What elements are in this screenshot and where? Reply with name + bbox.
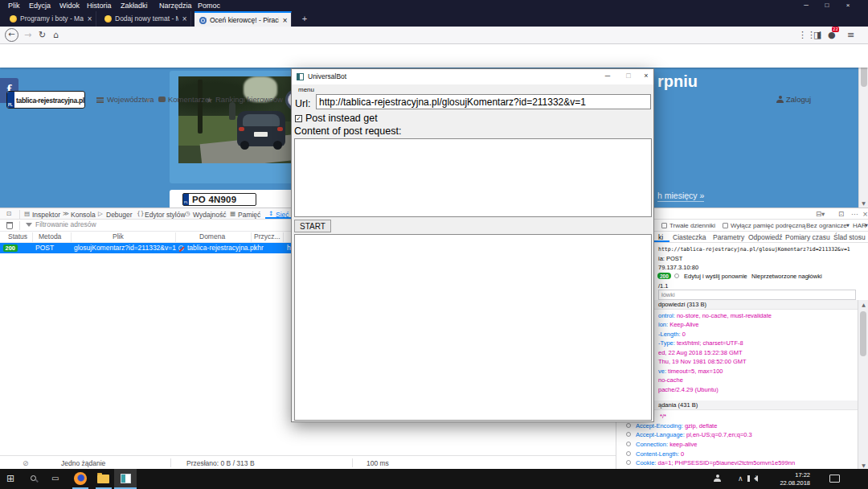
col-metoda[interactable]: Metoda — [39, 232, 61, 240]
tab-odpowiedz[interactable]: Odpowiedź — [748, 233, 783, 241]
transferred-size: Przesłano: 0 B / 313 B — [186, 459, 255, 467]
nav-komentarze[interactable]: Komentarze — [168, 95, 209, 104]
col-status[interactable]: Status — [8, 232, 27, 240]
start-button-icon[interactable]: ⊞ — [6, 473, 14, 484]
taskbar-firefox-icon[interactable] — [74, 472, 87, 485]
volume-icon[interactable] — [754, 475, 758, 482]
bot-menu[interactable]: menu — [298, 86, 314, 93]
col-domena[interactable]: Domena — [199, 232, 225, 240]
hidden-icons-chevron[interactable]: ∧ — [738, 475, 743, 483]
hamburger-menu-icon[interactable]: ≡ — [847, 30, 854, 40]
tab-slad-stosu[interactable]: Ślad stosu — [833, 233, 866, 241]
taskbar-clock[interactable]: 17:22 22.08.2018 — [770, 471, 810, 487]
tab-ciasteczka[interactable]: Ciasteczka — [673, 233, 706, 241]
people-icon[interactable] — [714, 475, 721, 482]
request-header: Accept-Encoding: gzip, deflate — [636, 422, 717, 429]
action-center-icon[interactable] — [829, 475, 840, 483]
start-button[interactable]: START — [294, 220, 331, 232]
meatball-menu-icon[interactable]: ⋯ — [851, 210, 858, 218]
tab-edytor-stylow[interactable]: Edytor stylów — [145, 211, 186, 219]
scroll-up-icon[interactable]: ▲ — [858, 302, 868, 307]
window-maximize-button[interactable]: □ — [818, 0, 836, 10]
status-code-badge: 200 — [657, 273, 671, 279]
post-instead-get-checkbox[interactable]: ✓ — [295, 115, 302, 122]
bot-close-button[interactable]: × — [639, 72, 653, 80]
pick-element-icon[interactable]: ⊡ — [6, 210, 11, 217]
page-scrollbar[interactable]: ▲ ▼ — [858, 44, 868, 208]
reload-icon[interactable]: ↻ — [39, 30, 46, 40]
task-view-icon[interactable]: ▭ — [51, 474, 59, 483]
car-photo[interactable] — [178, 76, 291, 163]
tab-pamiec[interactable]: Pamięć — [238, 211, 260, 219]
taskbar-explorer-icon[interactable] — [97, 475, 109, 483]
bot-minimize-button[interactable]: ─ — [600, 72, 615, 80]
disable-cache-label[interactable]: Wyłącz pamięć podręczną — [731, 222, 805, 229]
bot-url-input[interactable] — [316, 94, 651, 109]
menu-widok[interactable]: Widok — [59, 2, 80, 10]
new-tab-button[interactable]: + — [298, 13, 311, 25]
tab-close-icon[interactable]: × — [182, 11, 187, 27]
tab-konsola[interactable]: Konsola — [71, 211, 96, 219]
window-close-button[interactable]: × — [839, 0, 857, 10]
disable-cache-checkbox[interactable] — [723, 223, 728, 228]
bot-maximize-button[interactable]: □ — [621, 72, 636, 80]
headers-filter-input[interactable] — [658, 290, 856, 300]
help-icon[interactable] — [674, 273, 679, 278]
taskbar-universalbot-button[interactable] — [114, 469, 137, 489]
split-panel-icon[interactable]: ⊡ — [838, 210, 844, 218]
raw-headers-button[interactable]: Nieprzetworzone nagłówki — [751, 273, 822, 280]
scroll-down-icon[interactable]: ▼ — [858, 462, 868, 468]
browser-tab-3-active[interactable]: Oceń kierowcę! - Piraci drogow × — [194, 11, 292, 27]
license-plate[interactable]: PL PO 4N909 — [182, 193, 256, 206]
block-icon[interactable]: ⊘ — [23, 459, 29, 467]
windows-taskbar: ⊞ ▭ ∧ 17:22 22.08.2018 — [0, 469, 868, 489]
clear-requests-icon[interactable] — [6, 222, 13, 229]
col-przyczyna[interactable]: Przycz... — [254, 232, 280, 240]
sidebar-icon[interactable]: ◨ — [813, 30, 821, 40]
tab-parametry[interactable]: Parametry — [713, 233, 744, 241]
tab-close-icon[interactable]: × — [282, 13, 288, 27]
scroll-down-icon[interactable]: ▼ — [859, 200, 868, 206]
request-header: Cookie: da=1; PHPSESSID=p5iaunevi2tctm5o… — [636, 459, 795, 466]
edit-resend-button[interactable]: Edytuj i wyślij ponownie — [684, 273, 747, 280]
browser-tab-2[interactable]: Dodaj nowy temat - Make-cash × — [100, 11, 191, 27]
previous-months-link[interactable]: h miesięcy » — [657, 191, 704, 202]
menu-historia[interactable]: Historia — [87, 2, 112, 10]
tab-wydajnosc[interactable]: Wydajność — [193, 211, 227, 219]
menu-plik[interactable]: Plik — [8, 2, 20, 10]
tab-close-icon[interactable]: × — [87, 11, 92, 27]
tab-pomiary-czasu[interactable]: Pomiary czasu — [785, 233, 830, 241]
response-header: Thu, 19 Nov 1981 08:52:00 GMT — [658, 358, 747, 365]
insecure-site-icon — [178, 245, 184, 251]
addon-icon[interactable]: ●22 — [828, 30, 836, 40]
universalbot-titlebar[interactable]: UniversalBot ─ □ × — [292, 69, 653, 84]
dock-icon[interactable]: ⊟▾ — [816, 210, 825, 218]
star-icon: ★ — [206, 96, 213, 105]
home-icon[interactable]: ⌂ — [53, 30, 59, 40]
col-plik[interactable]: Plik — [113, 232, 124, 240]
nav-rankingi[interactable]: Rankingi kierowców — [215, 95, 283, 104]
site-logo[interactable]: PL tablica-rejestracyjna.pl — [6, 91, 85, 109]
menu-pomoc[interactable]: Pomoc — [198, 2, 220, 10]
details-scrollbar[interactable]: ▲ ▼ — [858, 300, 868, 470]
taskbar-search-icon[interactable] — [31, 475, 36, 481]
post-content-textarea[interactable] — [294, 138, 652, 217]
window-minimize-button[interactable]: ─ — [797, 0, 815, 10]
tab-debuger[interactable]: Debuger — [106, 211, 133, 219]
login-link[interactable]: Zaloguj — [786, 95, 811, 104]
browser-tabbar: Programy i boty - Make-cash.p × Dodaj no… — [0, 11, 868, 27]
browser-tab-1[interactable]: Programy i boty - Make-cash.p × — [5, 11, 96, 27]
menu-zakladki[interactable]: Zakładki — [121, 2, 148, 10]
scroll-thumb[interactable] — [860, 311, 866, 356]
throttling-select[interactable]: Bez ogranicze — [806, 222, 847, 229]
tab-inspektor[interactable]: Inspektor — [32, 211, 60, 219]
persist-logs-label[interactable]: Trwałe dzienniki — [669, 222, 715, 229]
menu-edycja[interactable]: Edycja — [29, 2, 51, 10]
menu-narzedzia[interactable]: Narzędzia — [159, 2, 192, 10]
persist-logs-checkbox[interactable] — [661, 223, 667, 228]
close-devtools-icon[interactable]: × — [862, 210, 868, 218]
forward-icon[interactable]: → — [24, 30, 31, 40]
back-icon[interactable]: ← — [5, 28, 18, 42]
address-filter-input[interactable] — [35, 220, 212, 228]
active-tab-underline — [265, 217, 294, 219]
